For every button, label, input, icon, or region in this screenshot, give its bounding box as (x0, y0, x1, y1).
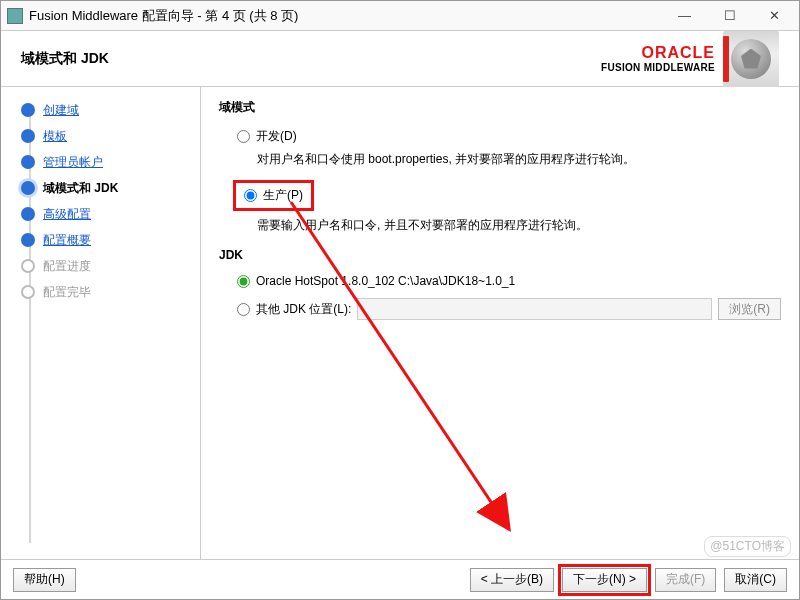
sidebar-item-label: 模板 (43, 128, 67, 145)
sidebar-item-config-summary[interactable]: 配置概要 (21, 227, 194, 253)
step-sidebar: 创建域 模板 管理员帐户 域模式和 JDK 高级配置 配置概要 配置进度 配置完… (1, 87, 201, 559)
help-button[interactable]: 帮助(H) (13, 568, 76, 592)
maximize-button[interactable]: ☐ (707, 2, 752, 30)
wizard-footer: 帮助(H) < 上一步(B) 下一步(N) > 完成(F) 取消(C) (1, 559, 799, 599)
jdk-oracle-label: Oracle HotSpot 1.8.0_102 C:\Java\JDK18~1… (256, 274, 515, 288)
sidebar-item-label: 配置概要 (43, 232, 91, 249)
sidebar-item-admin-account[interactable]: 管理员帐户 (21, 149, 194, 175)
jdk-oracle-option[interactable]: Oracle HotSpot 1.8.0_102 C:\Java\JDK18~1… (237, 274, 781, 288)
jdk-other-radio[interactable] (237, 303, 250, 316)
sidebar-item-config-done: 配置完毕 (21, 279, 194, 305)
close-button[interactable]: ✕ (752, 2, 797, 30)
oracle-subbrand: FUSION MIDDLEWARE (601, 62, 715, 73)
emblem-badge (723, 31, 779, 87)
sidebar-item-config-progress: 配置进度 (21, 253, 194, 279)
app-icon (7, 8, 23, 24)
next-button[interactable]: 下一步(N) > (562, 568, 647, 592)
brand-area: ORACLE FUSION MIDDLEWARE (601, 31, 779, 87)
cancel-button[interactable]: 取消(C) (724, 568, 787, 592)
finish-button: 完成(F) (655, 568, 716, 592)
sidebar-item-create-domain[interactable]: 创建域 (21, 97, 194, 123)
dev-mode-radio[interactable] (237, 130, 250, 143)
oracle-logo-text: ORACLE (601, 44, 715, 62)
sidebar-item-advanced-config[interactable]: 高级配置 (21, 201, 194, 227)
prod-mode-highlight: 生产(P) (233, 180, 314, 211)
main-panel: 域模式 开发(D) 对用户名和口令使用 boot.properties, 并对要… (201, 87, 799, 559)
pentagon-icon (731, 39, 771, 79)
wizard-window: Fusion Middleware 配置向导 - 第 4 页 (共 8 页) —… (0, 0, 800, 600)
minimize-button[interactable]: — (662, 2, 707, 30)
wizard-body: 创建域 模板 管理员帐户 域模式和 JDK 高级配置 配置概要 配置进度 配置完… (1, 87, 799, 559)
domain-mode-title: 域模式 (219, 99, 781, 116)
prod-mode-desc: 需要输入用户名和口令, 并且不对要部署的应用程序进行轮询。 (257, 217, 781, 234)
dev-mode-label: 开发(D) (256, 128, 297, 145)
back-button[interactable]: < 上一步(B) (470, 568, 554, 592)
sidebar-item-domain-mode-jdk[interactable]: 域模式和 JDK (21, 175, 194, 201)
sidebar-item-label: 域模式和 JDK (43, 180, 118, 197)
dev-mode-desc: 对用户名和口令使用 boot.properties, 并对要部署的应用程序进行轮… (257, 151, 781, 168)
sidebar-item-label: 管理员帐户 (43, 154, 103, 171)
sidebar-item-label: 配置完毕 (43, 284, 91, 301)
jdk-oracle-radio[interactable] (237, 275, 250, 288)
prod-mode-radio[interactable] (244, 189, 257, 202)
wizard-header: 域模式和 JDK ORACLE FUSION MIDDLEWARE (1, 31, 799, 87)
window-title: Fusion Middleware 配置向导 - 第 4 页 (共 8 页) (29, 7, 662, 25)
watermark: @51CTO博客 (704, 536, 791, 557)
titlebar: Fusion Middleware 配置向导 - 第 4 页 (共 8 页) —… (1, 1, 799, 31)
browse-button: 浏览(R) (718, 298, 781, 320)
sidebar-item-label: 创建域 (43, 102, 79, 119)
oracle-brand: ORACLE FUSION MIDDLEWARE (601, 44, 715, 73)
page-title: 域模式和 JDK (21, 50, 109, 68)
jdk-other-label: 其他 JDK 位置(L): (256, 301, 351, 318)
jdk-title: JDK (219, 248, 781, 262)
jdk-other-option[interactable]: 其他 JDK 位置(L): 浏览(R) (237, 298, 781, 320)
prod-mode-label: 生产(P) (263, 187, 303, 204)
sidebar-item-templates[interactable]: 模板 (21, 123, 194, 149)
sidebar-item-label: 高级配置 (43, 206, 91, 223)
dev-mode-option[interactable]: 开发(D) (237, 128, 781, 145)
window-controls: — ☐ ✕ (662, 2, 797, 30)
jdk-other-path-input (357, 298, 712, 320)
sidebar-item-label: 配置进度 (43, 258, 91, 275)
